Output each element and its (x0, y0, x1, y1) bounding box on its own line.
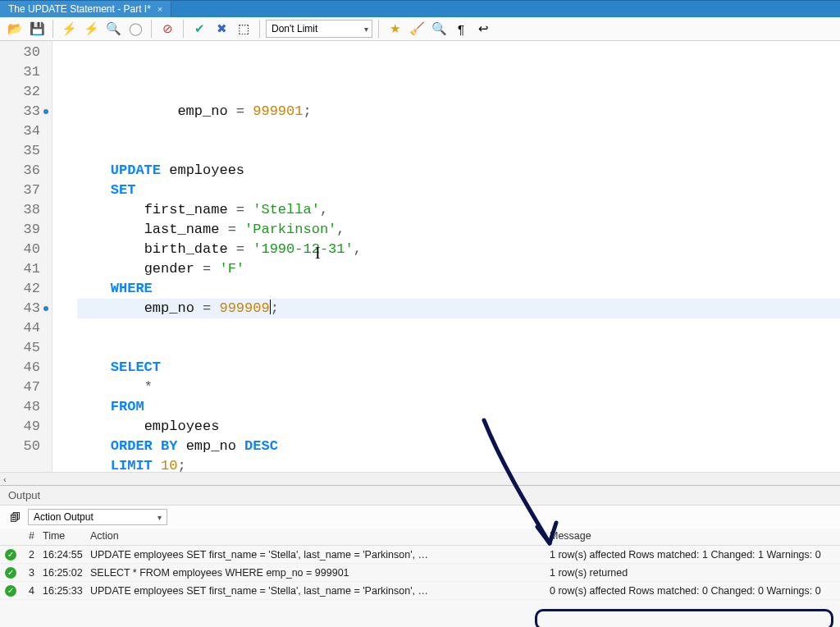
row-action: UPDATE employees SET first_name = 'Stell… (90, 549, 550, 561)
output-mode-select[interactable]: Action Output (28, 509, 167, 525)
col-time: Time (43, 530, 90, 542)
row-time: 16:25:33 (43, 585, 90, 597)
row-action: SELECT * FROM employees WHERE emp_no = 9… (90, 567, 550, 579)
toolbar-separator (259, 20, 260, 38)
toggle-invisible-button[interactable]: ¶ (451, 19, 471, 39)
toolbar: 📂 💾 ⚡ ⚡ 🔍 ◯ ⊘ ✔ ✖ ⬚ Don't Limit ★ 🧹 🔍 ¶ … (0, 17, 840, 41)
tab-title: The UPDATE Statement - Part I* (8, 3, 151, 15)
status-ok-icon: ✓ (5, 567, 16, 579)
execute-button[interactable]: ⚡ (59, 19, 79, 39)
explain-button[interactable]: 🔍 (103, 19, 123, 39)
output-grid-header: # Time Action Message (0, 529, 840, 546)
output-toolbar: 🗐 Action Output (0, 506, 840, 529)
output-row[interactable]: ✓416:25:33UPDATE employees SET first_nam… (0, 582, 840, 600)
row-time: 16:24:55 (43, 549, 90, 561)
output-mode-label: Action Output (34, 511, 94, 523)
toolbar-separator (151, 20, 152, 38)
sql-editor[interactable]: 3031323334353637383940414243444546474849… (0, 41, 840, 472)
col-action: Action (90, 530, 550, 542)
row-limit-select[interactable]: Don't Limit (266, 20, 372, 38)
search-button[interactable]: 🔍 (429, 19, 449, 39)
stop-button[interactable]: ◯ (126, 19, 145, 39)
output-panel-title: Output (0, 486, 840, 506)
rollback-button[interactable]: ✖ (212, 19, 231, 39)
row-time: 16:25:02 (43, 567, 90, 579)
output-mode-icon[interactable]: 🗐 (7, 509, 23, 525)
line-gutter: 3031323334353637383940414243444546474849… (0, 41, 52, 472)
col-message: Message (550, 530, 840, 542)
execute-current-button[interactable]: ⚡ (81, 19, 101, 39)
row-limit-label: Don't Limit (272, 23, 317, 34)
row-number: 4 (21, 585, 43, 597)
text-cursor-icon: I (315, 243, 321, 263)
output-row[interactable]: ✓316:25:02SELECT * FROM employees WHERE … (0, 564, 840, 582)
status-ok-icon: ✓ (5, 549, 16, 561)
beautify-button[interactable]: ★ (385, 19, 404, 39)
toolbar-separator (183, 20, 184, 38)
wrap-button[interactable]: ↩ (473, 19, 493, 39)
output-panel: Output 🗐 Action Output # Time Action Mes… (0, 485, 840, 627)
row-message: 0 row(s) affected Rows matched: 0 Change… (550, 585, 840, 597)
close-icon[interactable]: × (158, 4, 162, 14)
output-row[interactable]: ✓216:24:55UPDATE employees SET first_nam… (0, 546, 840, 564)
save-button[interactable]: 💾 (27, 19, 47, 39)
cleanup-button[interactable]: 🧹 (407, 19, 427, 39)
status-ok-icon: ✓ (5, 585, 16, 597)
toggle-autocommit-button[interactable]: ⊘ (158, 19, 177, 39)
toggle-whitespace-button[interactable]: ⬚ (234, 19, 253, 39)
code-area[interactable]: I emp_no = 999901; UPDATE employees SET … (52, 41, 840, 472)
output-grid: # Time Action Message ✓216:24:55UPDATE e… (0, 529, 840, 600)
commit-button[interactable]: ✔ (189, 19, 209, 39)
row-action: UPDATE employees SET first_name = 'Stell… (90, 585, 550, 597)
row-number: 2 (21, 549, 43, 561)
row-number: 3 (21, 567, 43, 579)
editor-horizontal-scrollbar[interactable]: ‹ (0, 472, 840, 485)
open-file-button[interactable]: 📂 (5, 19, 25, 39)
row-message: 1 row(s) returned (550, 567, 840, 579)
scroll-left-icon[interactable]: ‹ (3, 474, 7, 484)
row-message: 1 row(s) affected Rows matched: 1 Change… (550, 549, 840, 561)
editor-tab[interactable]: The UPDATE Statement - Part I* × (0, 1, 171, 17)
annotation-highlight-box (535, 609, 833, 627)
col-number: # (21, 530, 43, 542)
toolbar-separator (378, 20, 379, 38)
toolbar-separator (52, 20, 53, 38)
editor-tabbar: The UPDATE Statement - Part I* × (0, 0, 840, 17)
